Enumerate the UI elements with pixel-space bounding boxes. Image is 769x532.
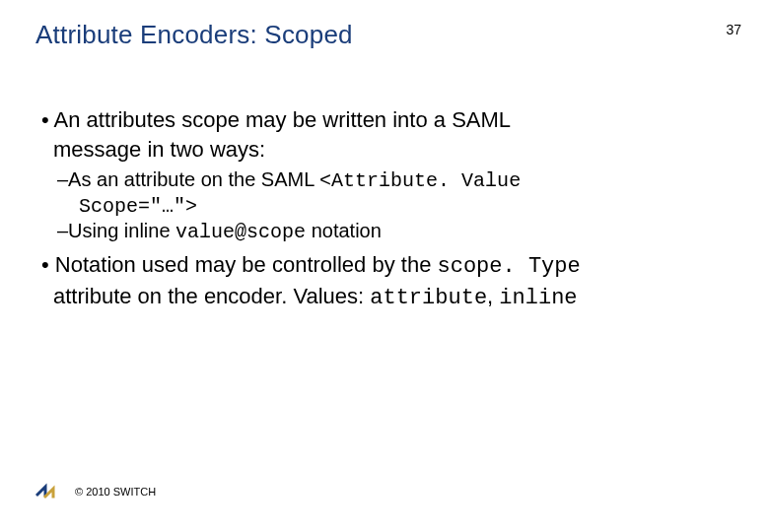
b2-code-3: inline [499,286,577,310]
b2-code-2: attribute [370,286,487,310]
slide: Attribute Encoders: Scoped 37 • An attri… [0,0,769,532]
slide-header: Attribute Encoders: Scoped 37 [35,20,741,50]
b2-code-1: scope. Type [438,254,581,279]
b2-comma: , [487,284,499,308]
sub2-text: –Using inline [57,220,175,241]
bullet-1-line2: message in two ways: [35,137,741,163]
bullet-1-line1: • An attributes scope may be written int… [35,107,741,133]
sub-bullet-2: –Using inline value@scope notation [35,219,741,244]
copyright-text: © 2010 SWITCH [75,486,156,498]
sub2-code: value@scope [175,221,306,243]
sub-bullet-1-cont: Scope="…"> [35,193,741,219]
bullet-2-line2: attribute on the encoder. Values: attrib… [35,284,741,311]
page-number: 37 [726,20,741,37]
slide-content: • An attributes scope may be written int… [35,107,741,312]
switch-logo-icon [35,481,63,502]
b2-lead: • Notation used may be controlled by the [41,252,438,277]
sub1-text: –As an attribute on the SAML [57,168,319,190]
sub1-code-2: Scope="…"> [79,195,197,218]
slide-title: Attribute Encoders: Scoped [35,20,353,50]
sub2-tail: notation [306,220,382,241]
bullet-2-line1: • Notation used may be controlled by the… [35,252,741,280]
sub1-code-1: <Attribute. Value [319,169,521,192]
sub-list: –As an attribute on the SAML <Attribute.… [35,167,741,244]
sub-bullet-1: –As an attribute on the SAML <Attribute.… [35,167,741,193]
b2-mid: attribute on the encoder. Values: [53,284,370,308]
slide-footer: © 2010 SWITCH [35,481,156,502]
